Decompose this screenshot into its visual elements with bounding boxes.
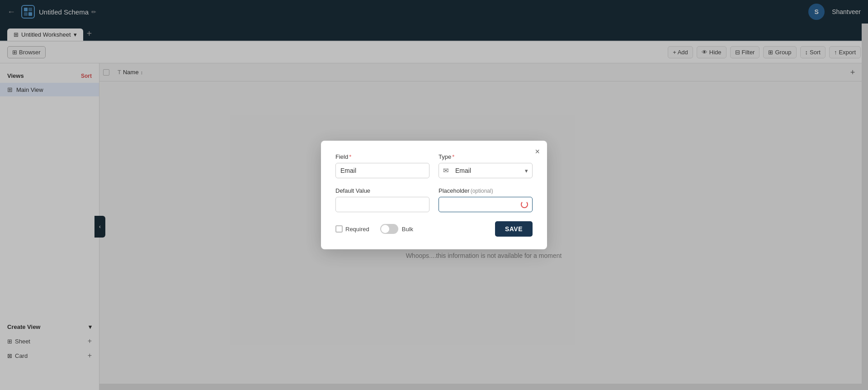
- required-checkbox[interactable]: [335, 225, 343, 233]
- save-button[interactable]: SAVE: [495, 221, 533, 237]
- placeholder-input[interactable]: [439, 197, 533, 212]
- bulk-toggle-group: Bulk: [380, 224, 413, 234]
- required-checkbox-group: Required: [335, 225, 369, 233]
- bulk-label: Bulk: [402, 226, 413, 233]
- bulk-toggle[interactable]: [380, 224, 398, 234]
- field-modal: × Field * Type * ✉ Email ▾: [321, 141, 547, 249]
- placeholder-input-wrapper: [439, 197, 533, 212]
- modal-close-button[interactable]: ×: [535, 147, 540, 157]
- type-select[interactable]: Email: [439, 163, 533, 178]
- email-type-icon: ✉: [443, 166, 449, 175]
- placeholder-optional-text: (optional): [471, 188, 493, 194]
- required-label: Required: [345, 226, 369, 233]
- placeholder-label: Placeholder (optional): [439, 187, 533, 194]
- placeholder-label-text: Placeholder: [439, 187, 470, 194]
- type-required-star: *: [452, 153, 454, 160]
- placeholder-group: Placeholder (optional): [439, 187, 533, 212]
- type-group: Type * ✉ Email ▾: [439, 153, 533, 178]
- default-value-group: Default Value: [335, 187, 429, 212]
- default-placeholder-row: Default Value Placeholder (optional): [335, 187, 533, 212]
- field-label-text: Field: [335, 153, 348, 160]
- placeholder-loading-icon: [521, 201, 528, 208]
- default-value-label-text: Default Value: [335, 187, 370, 194]
- field-label: Field *: [335, 153, 429, 160]
- field-required-star: *: [349, 153, 351, 160]
- type-label: Type *: [439, 153, 533, 160]
- modal-footer: Required Bulk SAVE: [335, 221, 533, 237]
- type-select-wrapper: ✉ Email ▾: [439, 163, 533, 178]
- default-value-label: Default Value: [335, 187, 429, 194]
- field-name-group: Field *: [335, 153, 429, 178]
- default-value-input[interactable]: [335, 197, 429, 212]
- field-type-row: Field * Type * ✉ Email ▾: [335, 153, 533, 178]
- type-label-text: Type: [439, 153, 451, 160]
- field-input[interactable]: [335, 163, 429, 178]
